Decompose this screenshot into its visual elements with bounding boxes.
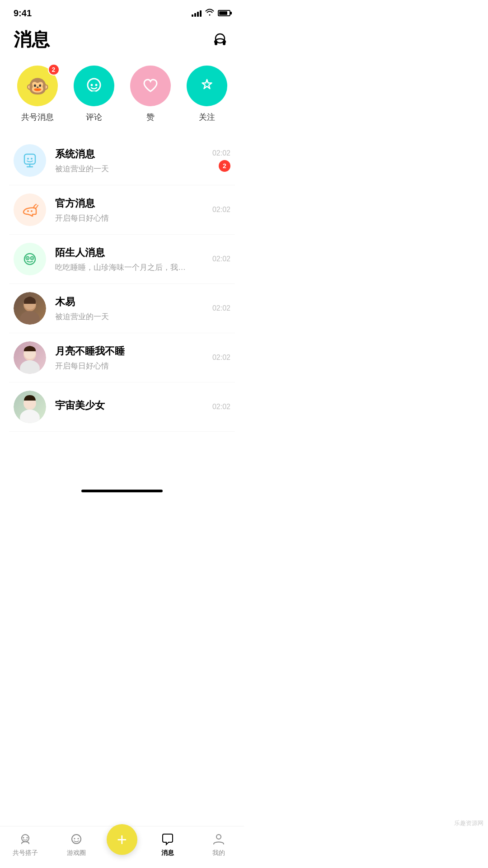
qa-item-follow[interactable]: 关注 xyxy=(184,66,230,123)
header: 消息 xyxy=(0,23,244,61)
signal-icon xyxy=(192,9,202,17)
home-indicator xyxy=(81,490,163,492)
status-bar: 9:41 xyxy=(0,0,244,23)
quick-access-section: 🐵 2 共号消息 评论 赞 关注 xyxy=(0,61,244,136)
qa-circle-like xyxy=(130,66,171,106)
svg-point-14 xyxy=(27,258,28,259)
status-icons xyxy=(192,9,230,18)
msg-content-stranger: 陌生人消息 吃吃睡睡，山珍海味一个月之后，我抱着... xyxy=(55,246,203,273)
msg-meta-stranger: 02:02 xyxy=(212,255,230,263)
message-list: 系统消息 被迫营业的一天 02:02 2 官方消息 开启每日好心情 02:02 xyxy=(0,136,244,432)
msg-time-stranger: 02:02 xyxy=(212,255,230,263)
gonghao-badge: 2 xyxy=(48,64,60,75)
msg-content-system: 系统消息 被迫营业的一天 xyxy=(55,147,203,174)
msg-meta-moon: 02:02 xyxy=(212,354,230,362)
qa-item-like[interactable]: 赞 xyxy=(128,66,173,123)
svg-point-9 xyxy=(27,210,29,212)
qa-circle-follow xyxy=(187,66,227,106)
svg-rect-6 xyxy=(24,154,35,164)
msg-meta-cosmo: 02:02 xyxy=(212,403,230,411)
svg-point-4 xyxy=(90,84,93,86)
qa-circle-comment xyxy=(74,66,114,106)
msg-preview-muyi: 被迫营业的一天 xyxy=(55,311,191,322)
msg-preview-system: 被迫营业的一天 xyxy=(55,164,191,174)
msg-time-muyi: 02:02 xyxy=(212,304,230,312)
qa-item-comment[interactable]: 评论 xyxy=(71,66,117,123)
msg-preview-official: 开启每日好心情 xyxy=(55,213,191,223)
msg-time-official: 02:02 xyxy=(212,206,230,214)
msg-time-cosmo: 02:02 xyxy=(212,403,230,411)
msg-name-stranger: 陌生人消息 xyxy=(55,246,203,259)
avatar-stranger xyxy=(14,243,46,275)
wifi-icon xyxy=(205,9,214,18)
svg-point-17 xyxy=(20,311,40,325)
msg-meta-muyi: 02:02 xyxy=(212,304,230,312)
svg-point-3 xyxy=(88,79,100,91)
qa-label-comment: 评论 xyxy=(86,112,102,123)
svg-point-20 xyxy=(20,360,40,374)
msg-meta-system: 02:02 2 xyxy=(212,149,230,172)
qa-label-gonghao: 共号消息 xyxy=(21,112,54,123)
svg-point-7 xyxy=(27,158,29,160)
msg-preview-moon: 开启每日好心情 xyxy=(55,361,191,371)
msg-preview-stranger: 吃吃睡睡，山珍海味一个月之后，我抱着... xyxy=(55,262,191,273)
battery-icon xyxy=(218,10,230,16)
msg-item-official[interactable]: 官方消息 开启每日好心情 02:02 xyxy=(9,185,235,235)
headphone-icon xyxy=(211,31,229,48)
msg-name-cosmo: 宇宙美少女 xyxy=(55,399,203,412)
avatar-moon xyxy=(14,341,46,374)
qa-label-like: 赞 xyxy=(146,112,155,123)
avatar-muyi xyxy=(14,292,46,325)
qa-circle-gonghao: 🐵 2 xyxy=(17,66,58,106)
page-title: 消息 xyxy=(14,27,50,52)
msg-name-moon: 月亮不睡我不睡 xyxy=(55,344,203,358)
qa-item-gonghao[interactable]: 🐵 2 共号消息 xyxy=(15,66,60,123)
headphone-button[interactable] xyxy=(210,29,230,50)
msg-badge-system: 2 xyxy=(219,160,230,172)
msg-content-muyi: 木易 被迫营业的一天 xyxy=(55,295,203,322)
msg-item-moon[interactable]: 月亮不睡我不睡 开启每日好心情 02:02 xyxy=(9,333,235,382)
svg-point-5 xyxy=(95,84,97,86)
qa-label-follow: 关注 xyxy=(199,112,215,123)
msg-name-system: 系统消息 xyxy=(55,147,203,161)
msg-item-system[interactable]: 系统消息 被迫营业的一天 02:02 2 xyxy=(9,136,235,185)
svg-point-15 xyxy=(32,258,33,259)
svg-point-10 xyxy=(31,210,33,212)
msg-time-system: 02:02 xyxy=(212,149,230,157)
msg-content-official: 官方消息 开启每日好心情 xyxy=(55,197,203,223)
msg-content-moon: 月亮不睡我不睡 开启每日好心情 xyxy=(55,344,203,371)
msg-meta-official: 02:02 xyxy=(212,206,230,214)
msg-name-official: 官方消息 xyxy=(55,197,203,210)
avatar-cosmo xyxy=(14,391,46,423)
msg-time-moon: 02:02 xyxy=(212,354,230,362)
avatar-official xyxy=(14,193,46,226)
avatar-system xyxy=(14,144,46,177)
status-time: 9:41 xyxy=(14,8,32,19)
msg-content-cosmo: 宇宙美少女 xyxy=(55,399,203,415)
svg-point-23 xyxy=(20,410,40,423)
msg-item-stranger[interactable]: 陌生人消息 吃吃睡睡，山珍海味一个月之后，我抱着... 02:02 xyxy=(9,235,235,284)
msg-item-muyi[interactable]: 木易 被迫营业的一天 02:02 xyxy=(9,284,235,333)
msg-name-muyi: 木易 xyxy=(55,295,203,309)
msg-item-cosmo[interactable]: 宇宙美少女 02:02 xyxy=(9,382,235,432)
svg-point-8 xyxy=(31,158,33,160)
